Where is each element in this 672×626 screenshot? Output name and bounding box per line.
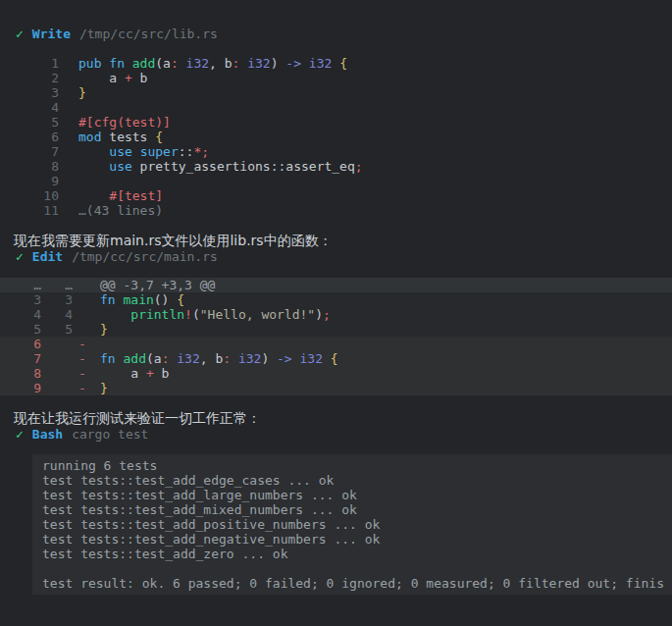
code-token: use	[109, 159, 131, 174]
code-token	[78, 144, 109, 159]
code-token: i32	[300, 351, 323, 366]
code-token: {	[331, 351, 338, 366]
code-token: ;	[323, 307, 331, 322]
code-token: i32	[247, 56, 270, 71]
code-token: :	[171, 56, 179, 71]
diff-removed-line: 7-fn add(a: i32, b: i32) -> i32 {	[0, 351, 672, 366]
code-content: mod tests {	[78, 130, 163, 144]
code-token: {	[177, 292, 184, 307]
code-token: a	[78, 71, 125, 85]
code-token: "Hello, world!"	[200, 307, 315, 322]
code-token: !	[184, 307, 192, 322]
code-token	[125, 56, 132, 71]
written-file-code-block: 1pub fn add(a: i32, b: i32) -> i32 {2 a …	[0, 56, 672, 218]
code-content: @@ -3,7 +3,3 @@	[100, 278, 215, 292]
code-content: a + b	[78, 71, 147, 85]
code-token: i32	[186, 56, 209, 71]
code-token: fn	[100, 292, 116, 307]
code-token: i32	[177, 351, 199, 366]
code-token: b	[225, 56, 233, 71]
code-token: a	[100, 366, 146, 381]
code-token: )	[271, 56, 279, 71]
code-token	[323, 351, 331, 366]
code-token: tests	[101, 130, 155, 144]
tool-name-label: Bash	[32, 427, 63, 442]
success-check-icon: ✓	[16, 249, 24, 264]
tool-argument: /tmp/cc/src/main.rs	[72, 249, 218, 264]
code-content: #[cfg(test)]	[78, 115, 171, 130]
terminal-output-line: test tests::test_add_large_numbers ... o…	[42, 488, 672, 502]
terminal-output-line: test tests::test_add_mixed_numbers ... o…	[42, 502, 672, 517]
code-token: a	[163, 56, 171, 71]
code-line: 6mod tests {	[0, 130, 672, 144]
code-token: main	[123, 292, 153, 307]
bash-output-block: running 6 teststest tests::test_add_edge…	[32, 454, 672, 595]
code-token	[78, 159, 109, 174]
code-token	[132, 144, 140, 159]
code-token: pub	[78, 56, 101, 71]
code-token: +	[125, 71, 132, 85]
code-token: ,	[200, 351, 216, 366]
code-token	[269, 351, 277, 366]
code-token: }	[78, 85, 86, 100]
line-number: 9	[0, 174, 59, 188]
terminal-output-line: test tests::test_add_edge_cases ... ok	[42, 473, 672, 488]
code-token	[332, 56, 339, 71]
terminal-output-line	[42, 561, 672, 576]
success-check-icon: ✓	[16, 26, 24, 41]
edit-diff-block: ……@@ -3,7 +3,3 @@33fn main() {44 println…	[0, 278, 672, 395]
code-token: …(43 lines)	[78, 203, 163, 218]
code-token: println	[130, 307, 184, 322]
code-token: use	[109, 144, 131, 159]
code-content: fn add(a: i32, b: i32) -> i32 {	[100, 351, 338, 366]
tool-call-header-bash: ✓Bashcargo test	[16, 427, 672, 442]
success-check-icon: ✓	[16, 427, 24, 442]
code-token: }	[100, 322, 108, 337]
diff-marker: -	[73, 381, 92, 395]
diff-removed-line: 8- a + b	[0, 366, 672, 381]
code-token: ->	[285, 56, 301, 71]
diff-marker: -	[73, 337, 92, 351]
line-number: 4	[0, 100, 59, 115]
diff-removed-line: 6-	[0, 337, 672, 351]
code-token: pretty_assertions::assert_eq	[132, 159, 355, 174]
line-number: 1	[0, 56, 59, 71]
code-token: ;	[201, 144, 209, 159]
terminal-output-line: running 6 tests	[42, 458, 672, 473]
old-line-number: 9	[32, 381, 41, 395]
code-token: +	[146, 366, 154, 381]
code-content: pub fn add(a: i32, b: i32) -> i32 {	[78, 56, 347, 71]
diff-context-line: 55}	[0, 322, 672, 337]
code-line: 9	[0, 174, 672, 188]
new-line-number: 4	[41, 307, 73, 322]
code-line: 7 use super::*;	[0, 144, 672, 159]
code-line: 4	[0, 100, 672, 115]
code-token	[292, 351, 300, 366]
code-token: {	[155, 130, 163, 144]
code-content: a + b	[100, 366, 169, 381]
code-token: i32	[238, 351, 261, 366]
old-line-number: 3	[32, 292, 41, 307]
code-content: use super::*;	[78, 144, 209, 159]
code-token: {	[339, 56, 347, 71]
old-line-number: 4	[32, 307, 41, 322]
code-token: super	[140, 144, 179, 159]
terminal-output-line: test result: ok. 6 passed; 0 failed; 0 i…	[42, 576, 672, 591]
old-line-number: …	[32, 278, 41, 292]
code-token	[217, 56, 225, 71]
code-line: 10 #[test]	[0, 188, 672, 203]
code-token: :	[223, 351, 231, 366]
code-line: 11…(43 lines)	[0, 203, 672, 218]
code-content: #[test]	[78, 188, 163, 203]
assistant-message: 现在让我运行测试来验证一切工作正常：	[14, 409, 672, 427]
code-content: }	[100, 322, 108, 337]
code-token: fn	[100, 351, 116, 366]
code-token: ,	[209, 56, 217, 71]
terminal-output-line: test tests::test_add_positive_numbers ..…	[42, 517, 672, 532]
code-content: println!("Hello, world!");	[100, 307, 331, 322]
code-token: a	[154, 351, 162, 366]
code-token: ()	[154, 292, 170, 307]
code-token: fn	[109, 56, 125, 71]
diff-hunk-header: ……@@ -3,7 +3,3 @@	[0, 278, 672, 292]
code-content: …(43 lines)	[78, 203, 163, 218]
